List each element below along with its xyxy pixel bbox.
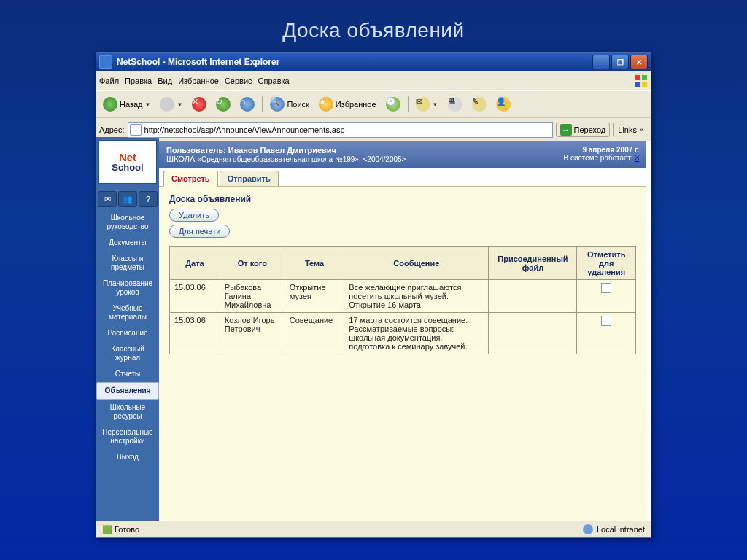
cell-message: Все желающие приглашаются посетить школь… [344, 280, 489, 313]
go-label: Переход [574, 125, 606, 134]
print-button[interactable]: Для печати [169, 225, 230, 238]
windows-flag-icon [635, 74, 648, 88]
mail-icon[interactable]: ✉ [98, 191, 117, 207]
messenger-icon: 👤 [496, 97, 511, 112]
current-date: 9 апреля 2007 г. [564, 146, 639, 154]
svg-rect-3 [642, 82, 647, 87]
sidebar-item-reports[interactable]: Отчеты [97, 366, 158, 382]
user-label: Пользователь: Иванов Павел Дмитриевич [166, 146, 406, 155]
school-link[interactable]: «Средняя общеобразовательная школа №199» [197, 155, 359, 163]
home-button[interactable]: ⌂ [236, 95, 258, 114]
col-subject: Тема [285, 247, 344, 280]
sidebar-item-exit[interactable]: Выход [97, 449, 158, 465]
edit-icon: ✎ [472, 97, 487, 112]
back-button[interactable]: Назад ▼ [99, 95, 154, 114]
app-header: Пользователь: Иванов Павел Дмитриевич ШК… [96, 141, 646, 168]
star-icon: ★ [319, 97, 333, 112]
refresh-button[interactable]: ↻ [212, 95, 234, 114]
window-titlebar: NetSchool - Microsoft Internet Explorer … [96, 53, 651, 71]
menu-help[interactable]: Справка [258, 77, 290, 85]
cell-from: Козлов Игорь Петрович [220, 313, 285, 354]
col-mark-delete: Отметить для удаления [577, 247, 636, 280]
system-count-label: В системе работает: [564, 154, 635, 162]
slide-title: Доска объявлений [0, 0, 747, 52]
menu-file[interactable]: Файл [99, 77, 119, 85]
sidebar-item-resources[interactable]: Школьные ресурсы [97, 400, 158, 424]
sidebar-item-classes[interactable]: Классы и предметы [97, 251, 158, 276]
cell-message: 17 марта состоится совещание. Рассматрив… [344, 313, 489, 354]
cell-file [489, 313, 577, 354]
close-button[interactable]: ✕ [630, 55, 648, 69]
sidebar-item-documents[interactable]: Документы [97, 235, 158, 251]
address-bar: Адрес: → Переход Links » [96, 117, 651, 141]
refresh-icon: ↻ [216, 97, 231, 112]
tab-send[interactable]: Отправить [220, 171, 279, 186]
favorites-button[interactable]: ★ Избранное [315, 95, 380, 114]
address-label: Адрес: [99, 125, 125, 134]
help-icon[interactable]: ? [139, 191, 158, 207]
minimize-button[interactable]: _ [592, 55, 610, 69]
ie-window: NetSchool - Microsoft Internet Explorer … [96, 52, 651, 538]
address-input[interactable] [128, 122, 553, 138]
sidebar-item-schedule[interactable]: Расписание [97, 325, 158, 341]
cell-file [489, 280, 577, 313]
col-date: Дата [170, 247, 220, 280]
print-button[interactable]: 🖶 [444, 95, 466, 114]
stop-icon: ✕ [192, 97, 206, 112]
app-logo: Net School [98, 140, 157, 184]
svg-rect-2 [635, 82, 640, 87]
sidebar-item-planning[interactable]: Планирование уроков [97, 276, 158, 300]
mail-button[interactable]: ✉▼ [412, 95, 442, 114]
cell-from: Рыбакова Галина Михайловна [220, 280, 285, 313]
sidebar-item-leadership[interactable]: Школьное руководство [97, 210, 158, 235]
zone-icon [583, 524, 593, 534]
main-panel: Смотреть Отправить Доска объявлений Удал… [159, 168, 646, 521]
system-count-link[interactable]: 3 [635, 154, 639, 162]
sidebar: Net School ✉ 👥 ? Школьное руководство До… [96, 137, 159, 521]
search-button[interactable]: 🔍 Поиск [266, 95, 312, 114]
back-label: Назад [120, 100, 143, 109]
table-row: 15.03.06Рыбакова Галина МихайловнаОткрыт… [170, 280, 636, 313]
sidebar-item-materials[interactable]: Учебные материалы [97, 300, 158, 325]
cell-checkbox [577, 280, 636, 313]
stop-button[interactable]: ✕ [188, 95, 210, 114]
links-toolbar[interactable]: Links » [613, 123, 648, 136]
menu-favorites[interactable]: Избранное [178, 77, 219, 85]
history-icon: 🕑 [386, 97, 400, 112]
status-bar: 🟩 Готово Local intranet [96, 521, 651, 537]
edit-button[interactable]: ✎ [468, 95, 490, 114]
maximize-button[interactable]: ❐ [611, 55, 629, 69]
page-title: Доска объявлений [159, 187, 646, 207]
delete-checkbox[interactable] [601, 283, 611, 293]
svg-rect-0 [635, 75, 640, 80]
history-button[interactable]: 🕑 [382, 95, 404, 114]
announcements-table: Дата От кого Тема Сообщение Присоединенн… [169, 246, 636, 354]
page-favicon [130, 124, 142, 136]
sidebar-item-announcements[interactable]: Объявления [96, 382, 159, 400]
toolbar: Назад ▼ ▼ ✕ ↻ ⌂ 🔍 Поиск ★ Избранное 🕑 ✉▼… [96, 90, 651, 117]
back-icon [103, 97, 117, 112]
chevron-down-icon: ▼ [145, 101, 151, 108]
status-ready: 🟩 Готово [102, 525, 139, 534]
sidebar-item-settings[interactable]: Персональные настройки [97, 424, 158, 449]
menu-tools[interactable]: Сервис [225, 77, 252, 85]
print-icon: 🖶 [448, 97, 462, 112]
delete-button[interactable]: Удалить [169, 209, 219, 222]
messenger-button[interactable]: 👤 [492, 95, 514, 114]
menu-edit[interactable]: Правка [125, 77, 152, 85]
svg-rect-1 [642, 75, 647, 80]
go-arrow-icon: → [560, 124, 572, 136]
window-title: NetSchool - Microsoft Internet Explorer [117, 57, 279, 67]
cell-date: 15.03.06 [170, 280, 220, 313]
col-from: От кого [220, 247, 285, 280]
sidebar-item-journal[interactable]: Классный журнал [97, 341, 158, 366]
col-message: Сообщение [344, 247, 489, 280]
tab-view[interactable]: Смотреть [163, 171, 218, 187]
forward-button[interactable]: ▼ [156, 95, 186, 114]
ie-icon [99, 55, 112, 69]
users-icon[interactable]: 👥 [118, 191, 137, 207]
go-button[interactable]: → Переход [556, 122, 611, 137]
delete-checkbox[interactable] [601, 316, 611, 326]
col-file: Присоединенный файл [489, 247, 577, 280]
menu-view[interactable]: Вид [158, 77, 172, 85]
